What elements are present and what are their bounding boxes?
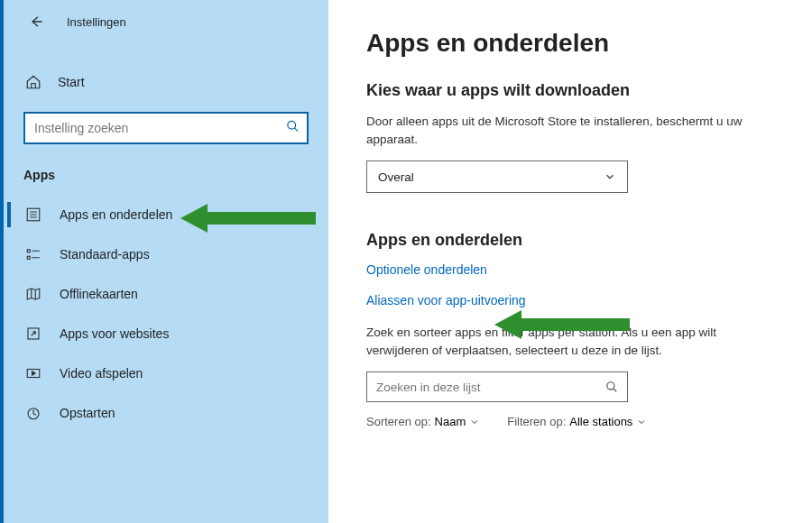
dropdown-value: Overal <box>378 170 414 184</box>
nav-apps-features[interactable]: Apps en onderdelen <box>0 195 328 234</box>
nav-label: Offlinekaarten <box>60 287 138 301</box>
svg-rect-3 <box>27 256 30 259</box>
apps-search-input[interactable]: Zoeken in deze lijst <box>366 372 628 402</box>
sort-filter-row: Sorteren op: Naam Filteren op: Alle stat… <box>366 415 780 428</box>
sidebar-header: Instellingen <box>0 0 328 43</box>
search-icon <box>605 381 618 393</box>
startup-icon <box>25 405 42 421</box>
video-icon <box>25 365 42 381</box>
settings-search[interactable] <box>23 112 309 144</box>
svg-rect-2 <box>27 250 30 252</box>
main-content: Apps en onderdelen Kies waar u apps wilt… <box>328 0 812 523</box>
sort-selector[interactable]: Sorteren op: Naam <box>366 415 480 428</box>
app-aliases-link[interactable]: Aliassen voor app-uitvoering <box>366 293 780 307</box>
open-external-icon <box>25 326 42 342</box>
nav-startup[interactable]: Opstarten <box>0 393 328 433</box>
nav-label: Standaard-apps <box>60 247 150 262</box>
section-heading-download: Kies waar u apps wilt downloaden <box>366 81 780 100</box>
nav-label: Opstarten <box>60 406 115 420</box>
optional-features-link[interactable]: Optionele onderdelen <box>366 262 780 277</box>
chevron-down-icon <box>469 417 480 427</box>
svg-point-7 <box>607 382 614 390</box>
chevron-down-icon <box>604 170 616 183</box>
home-icon <box>25 74 42 90</box>
nav-label: Apps en onderdelen <box>60 207 172 222</box>
back-button[interactable] <box>27 13 45 31</box>
search-input[interactable] <box>23 112 309 144</box>
chevron-down-icon <box>636 417 647 427</box>
list-icon <box>25 206 42 223</box>
home-label: Start <box>58 75 85 89</box>
apps-search-placeholder: Zoeken in deze lijst <box>376 381 481 394</box>
arrow-left-icon <box>29 14 43 29</box>
sidebar-nav: Apps en onderdelen Standaard-apps Offlin… <box>0 195 328 433</box>
sort-value: Naam <box>435 415 466 428</box>
section-heading-apps: Apps en onderdelen <box>366 231 780 250</box>
sort-label: Sorteren op: <box>366 415 431 428</box>
svg-point-0 <box>288 121 296 129</box>
nav-label: Video afspelen <box>60 366 143 381</box>
filter-selector[interactable]: Filteren op: Alle stations <box>507 415 647 428</box>
download-source-dropdown[interactable]: Overal <box>366 161 628 193</box>
home-button[interactable]: Start <box>0 65 328 99</box>
section-body-apps: Zoek en sorteer apps en filter apps per … <box>366 324 772 359</box>
nav-default-apps[interactable]: Standaard-apps <box>0 234 328 274</box>
defaults-icon <box>25 246 42 262</box>
filter-label: Filteren op: <box>507 415 566 428</box>
nav-offline-maps[interactable]: Offlinekaarten <box>0 274 328 314</box>
map-icon <box>25 286 42 302</box>
window-title: Instellingen <box>67 15 126 29</box>
nav-label: Apps voor websites <box>60 326 169 341</box>
search-icon <box>286 120 300 137</box>
sidebar-category: Apps <box>0 144 328 189</box>
nav-video-playback[interactable]: Video afspelen <box>0 353 328 393</box>
section-body-download: Door alleen apps uit de Microsoft Store … <box>366 113 772 148</box>
page-title: Apps en onderdelen <box>366 29 780 58</box>
nav-apps-websites[interactable]: Apps voor websites <box>0 314 328 353</box>
filter-value: Alle stations <box>569 415 632 428</box>
settings-sidebar: Instellingen Start Apps Apps en onderdel… <box>0 0 328 523</box>
